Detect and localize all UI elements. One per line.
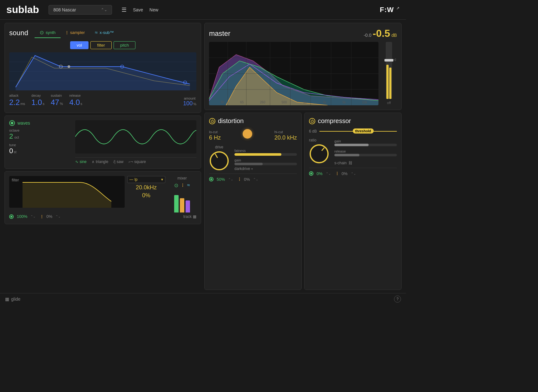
filter-vol-spinners[interactable]: ⌃⌄ [30, 215, 36, 218]
waves-left: waves octave 2 oct tune 0 st [9, 120, 73, 164]
filter-power-dot [10, 216, 12, 218]
spectrum-freq-labels: 30 65 260 500 1k 2k 5k 10k [209, 101, 378, 104]
left-panel: sound ⊙ synth ⫶ sampler ≈ x-sub™ [4, 23, 201, 290]
waves-title-row: waves [9, 120, 73, 126]
tab-sampler-label: sampler [70, 30, 85, 35]
sustain-label: sustain [51, 94, 63, 97]
comp-gain-bar-row [334, 144, 397, 146]
mixer-bar-purple-wrap [186, 200, 190, 212]
dist-vol-pct[interactable]: 50% [217, 177, 225, 182]
drive-knob-svg[interactable] [209, 151, 229, 171]
mixer-bar-orange[interactable] [180, 198, 184, 212]
freq-10k: 10k [362, 101, 367, 104]
mixer-synth-icon[interactable]: ⊙ [174, 182, 178, 188]
filter-button[interactable]: filter [90, 41, 112, 49]
decay-group: decay 1.0 s [31, 94, 44, 107]
fader-handle[interactable] [384, 59, 393, 62]
ratio-label: ratio [309, 138, 329, 142]
mixer-xsub-icon[interactable]: ≈ [187, 182, 190, 188]
comp-power-circle[interactable] [309, 171, 313, 176]
preset-selector[interactable]: 808 Nascar ⌃⌄ [49, 5, 112, 15]
save-button[interactable]: Save [133, 7, 143, 12]
schain-label: s-chain [334, 161, 347, 165]
threshold-line[interactable]: threshold [319, 131, 397, 132]
wave-triangle[interactable]: ∧ triangle [92, 160, 108, 164]
hi-cut-label: hi-cut [274, 130, 297, 134]
tune-value[interactable]: 0 [9, 147, 13, 155]
waves-display [75, 120, 196, 154]
filter-res-spinners[interactable]: ⌃⌄ [56, 215, 61, 218]
vol-button[interactable]: vol [70, 41, 89, 49]
wave-saw[interactable]: /| saw [113, 160, 123, 164]
darkdrive-dropdown-icon[interactable]: ▾ [251, 167, 253, 171]
track-button[interactable]: track ▦ [183, 214, 196, 219]
comp-res-spinners[interactable]: ⌃⌄ [351, 172, 356, 175]
tab-sampler[interactable]: ⫶ sampler [61, 28, 90, 38]
ratio-knob-svg[interactable] [309, 144, 329, 164]
fatness-bar-track[interactable] [234, 153, 297, 156]
pitch-button[interactable]: pitch [114, 41, 135, 49]
distortion-title: distortion [218, 117, 244, 125]
tab-synth-label: synth [46, 30, 56, 35]
master-db-unit: dB [391, 33, 397, 38]
filter-res-pct[interactable]: 0% [46, 214, 52, 219]
new-button[interactable]: New [149, 7, 158, 12]
comp-vol-pct[interactable]: 0% [317, 171, 323, 176]
comp-res-pct[interactable]: 0% [342, 171, 348, 176]
threshold-label[interactable]: threshold [353, 128, 374, 134]
gain-bar-fill [234, 163, 263, 165]
comp-gain-label: gain [334, 139, 341, 143]
dist-vol-spinners[interactable]: ⌃⌄ [228, 178, 233, 181]
mixer-bar-purple[interactable] [186, 200, 190, 212]
master-title: master [209, 29, 230, 38]
darkdrive-label: darkdrive [234, 167, 250, 171]
dist-res-spinners[interactable]: ⌃⌄ [253, 178, 258, 181]
comp-vol-spinners[interactable]: ⌃⌄ [326, 172, 331, 175]
fader-track[interactable]: ◁ [386, 42, 392, 99]
filter-vol-pct[interactable]: 100% [17, 214, 27, 219]
mixer-bar-green[interactable] [174, 195, 179, 212]
lo-cut-value[interactable]: 6 Hz [209, 134, 221, 141]
gain-bar-row [234, 163, 297, 165]
waves-circle[interactable] [9, 120, 15, 126]
dist-power-circle[interactable] [209, 177, 213, 181]
filter-freq[interactable]: 20.0kHz [127, 184, 165, 191]
waves-row: waves octave 2 oct tune 0 st [9, 120, 196, 164]
filter-power-btn[interactable] [9, 214, 14, 219]
compressor-title: compressor [318, 117, 351, 125]
schain-icon[interactable]: ⛓ [349, 161, 352, 165]
compressor-power-btn[interactable]: ⏻ [309, 118, 315, 124]
xsub-icon: ≈ [95, 30, 98, 36]
dist-bars-icon: ⫶ [238, 176, 241, 182]
adsr-params: attack 2.2 ms decay 1.0 s sustain [9, 94, 196, 107]
dist-res-pct[interactable]: 0% [244, 177, 250, 182]
filter-res[interactable]: 0% [127, 192, 165, 199]
compressor-header: ⏻ compressor [309, 117, 397, 125]
filter-type-selector[interactable]: — lp ▾ [127, 176, 165, 183]
tab-synth[interactable]: ⊙ synth [35, 28, 61, 38]
sound-title: sound [9, 29, 28, 37]
help-button[interactable]: ? [394, 296, 401, 303]
wave-square[interactable]: ⌐¬ square [128, 160, 146, 164]
sine-icon: ∿ [75, 160, 78, 164]
tab-xsub[interactable]: ≈ x-sub™ [90, 28, 119, 38]
gain-bar-track[interactable] [234, 163, 297, 165]
faw-sup: ↗ [396, 6, 400, 10]
mixer-sampler-icon[interactable]: ⫶ [181, 182, 184, 188]
master-panel: master -0.0 -0.5 dB sub main bass harmon… [204, 23, 402, 110]
decay-value: 1.0 [31, 98, 42, 107]
master-db-small: -0.0 [364, 33, 371, 38]
hi-cut-value[interactable]: 20.0 kHz [274, 134, 297, 141]
wave-sine[interactable]: ∿ sine [75, 160, 87, 164]
distortion-power-btn[interactable]: ⏻ [209, 118, 215, 124]
tab-xsub-label: x-sub™ [100, 30, 114, 35]
distortion-center-knob[interactable] [243, 129, 252, 139]
decay-unit: s [43, 102, 44, 106]
footer: ▦ glide ? [0, 293, 406, 304]
comp-gain-bar-track[interactable] [334, 144, 397, 146]
comp-release-bar-track[interactable] [334, 154, 397, 156]
menu-icon[interactable]: ☰ [121, 6, 127, 13]
filter-controls: — lp ▾ 20.0kHz 0% [127, 176, 165, 212]
octave-value[interactable]: 2 [9, 132, 13, 140]
sustain-unit: % [60, 102, 63, 106]
